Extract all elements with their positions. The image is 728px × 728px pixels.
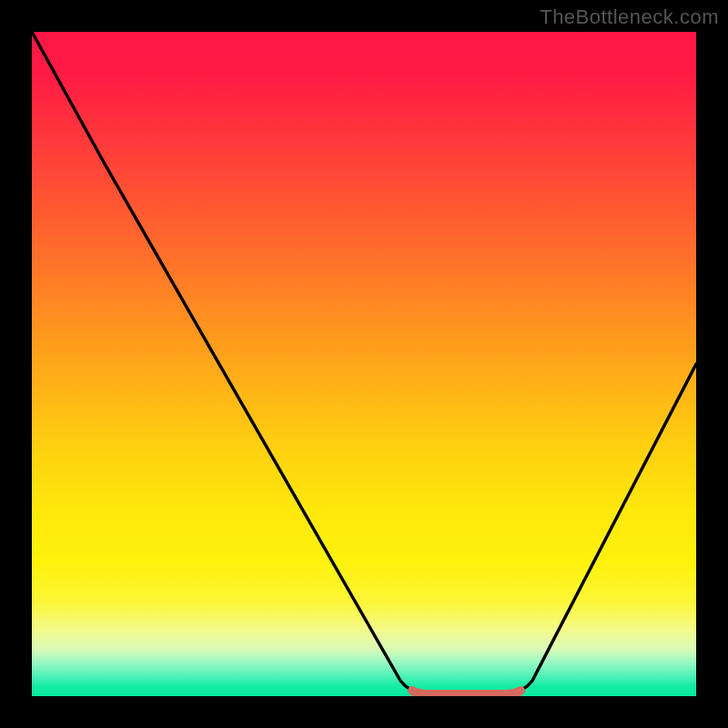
optimal-range-marker [412, 691, 521, 694]
bottleneck-curve-path [32, 32, 696, 693]
watermark-text: TheBottleneck.com [540, 5, 719, 29]
chart-frame: TheBottleneck.com [0, 0, 728, 728]
plot-area [32, 32, 696, 696]
bottleneck-curve-svg [32, 32, 696, 696]
